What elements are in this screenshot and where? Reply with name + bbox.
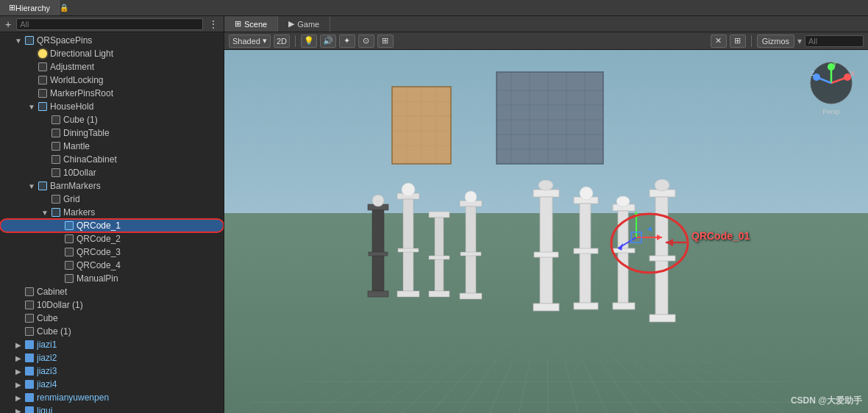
cube-icon xyxy=(50,206,62,218)
prefab-icon xyxy=(24,392,35,403)
hierarchy-item-diningtable[interactable]: DiningTable xyxy=(0,126,224,140)
hierarchy-item-ligui[interactable]: ▶ ligui xyxy=(0,404,224,413)
gizmos-search-input[interactable] xyxy=(805,35,864,47)
hierarchy-item-qrcode1[interactable]: QRCode_1 xyxy=(0,219,224,232)
item-label: Cube xyxy=(37,313,221,323)
prefab-icon xyxy=(24,352,35,364)
hierarchy-item-adjustment[interactable]: Adjustment xyxy=(0,60,224,73)
audio-btn[interactable]: 🔊 xyxy=(320,35,336,48)
lighting-btn[interactable]: 💡 xyxy=(301,35,317,48)
hierarchy-item-directionallight[interactable]: Directional Light xyxy=(0,47,224,60)
hierarchy-item-cabinet[interactable]: Cabinet xyxy=(0,285,224,298)
hierarchy-item-renmianyuwenpen[interactable]: ▶ renmianyuwenpen xyxy=(0,391,224,404)
hierarchy-item-household[interactable]: ▼ HouseHold xyxy=(0,100,224,113)
transform-grid-btn[interactable]: ⊞ xyxy=(730,35,746,48)
hierarchy-item-cube[interactable]: Cube xyxy=(0,312,224,325)
arrow-icon: ▼ xyxy=(26,103,37,111)
cube-icon xyxy=(37,101,49,112)
item-label: Cube (1) xyxy=(37,326,221,337)
arrow-icon: ▶ xyxy=(13,381,24,389)
hierarchy-item-jiazi3[interactable]: ▶ jiazi3 xyxy=(0,364,224,378)
item-label: ManualPin xyxy=(77,273,221,284)
watermark: CSDN @大爱助手 xyxy=(791,395,862,407)
hierarchy-item-worldlocking[interactable]: WorldLocking xyxy=(0,73,224,87)
menu-button[interactable]: ⋮ xyxy=(206,18,221,30)
gizmos-button[interactable]: Gizmos xyxy=(757,35,794,48)
arrow-icon: ▶ xyxy=(13,354,24,362)
item-label: ligui xyxy=(37,406,221,413)
cube-gray-icon xyxy=(50,193,62,205)
hierarchy-item-markers[interactable]: ▼ Markers xyxy=(0,206,224,219)
hierarchy-item-cube1b[interactable]: Cube (1) xyxy=(0,325,224,338)
scene-tab-icon: ⊞ xyxy=(235,19,241,29)
hierarchy-item-10dollar1[interactable]: 10Dollar (1) xyxy=(0,298,224,312)
tab-scene[interactable]: ⊞ Scene xyxy=(224,16,278,32)
scene-toolbar: Shaded ▾ 2D 💡 🔊 ✦ ⊙ ⊞ ✕ ⊞ Gizmos ▾ xyxy=(224,32,868,50)
item-label: HouseHold xyxy=(50,101,221,112)
hierarchy-item-chinacabinet[interactable]: ChinaCabinet xyxy=(0,153,224,166)
scene-viewport[interactable]: QRCode_01 X Y xyxy=(224,50,868,413)
2d-toggle[interactable]: 2D xyxy=(274,35,290,48)
hierarchy-item-qrcode4[interactable]: QRCode_4 xyxy=(0,259,224,272)
grid-btn[interactable]: ⊞ xyxy=(377,35,394,48)
light-icon xyxy=(37,48,49,60)
item-label: Cube (1) xyxy=(63,115,221,125)
add-button[interactable]: + xyxy=(3,18,13,30)
hierarchy-tab-label: Hierarchy xyxy=(15,4,50,12)
prefab-icon xyxy=(24,378,35,390)
hierarchy-item-qrcode3[interactable]: QRCode_3 xyxy=(0,245,224,259)
arrow-icon: ▶ xyxy=(13,341,24,349)
cube-gray-icon xyxy=(24,326,35,337)
top-bar: ⊞ Hierarchy 🔒 xyxy=(0,0,868,16)
search-input[interactable] xyxy=(16,18,203,30)
fx-btn[interactable]: ✦ xyxy=(339,35,355,48)
cube-gray-icon xyxy=(37,61,49,73)
shading-label: Shaded xyxy=(232,37,260,46)
item-label: BarnMarkers xyxy=(50,181,221,191)
hierarchy-item-cube1[interactable]: Cube (1) xyxy=(0,113,224,126)
chevron-down-icon: ▾ xyxy=(263,36,267,46)
hierarchy-item-grid[interactable]: Grid xyxy=(0,193,224,206)
item-label: QRCode_4 xyxy=(77,260,221,270)
item-label: DiningTable xyxy=(63,128,221,138)
hierarchy-item-barnmarkers[interactable]: ▼ BarnMarkers xyxy=(0,179,224,193)
tab-game[interactable]: ▶ Game xyxy=(278,16,330,32)
hierarchy-toolbar: + ⋮ xyxy=(0,16,224,32)
cube-gray-icon xyxy=(63,259,75,271)
item-label: QRSpacePins xyxy=(37,35,204,46)
hierarchy-item-markerpinsroot[interactable]: MarkerPinsRoot xyxy=(0,87,224,100)
hierarchy-item-10dollar[interactable]: 10Dollar xyxy=(0,166,224,179)
hierarchy-item-qrspacepins[interactable]: ▼ QRSpacePins ⋮ xyxy=(0,34,224,47)
hierarchy-item-jiazi4[interactable]: ▶ jiazi4 xyxy=(0,378,224,391)
shading-dropdown[interactable]: Shaded ▾ xyxy=(229,35,271,48)
hierarchy-header: ⊞ Hierarchy 🔒 xyxy=(0,0,68,15)
2d-label: 2D xyxy=(277,37,287,46)
cube-gray-icon xyxy=(63,233,75,245)
hidden-btn[interactable]: ⊙ xyxy=(358,35,374,48)
hierarchy-item-jiazi2[interactable]: ▶ jiazi2 xyxy=(0,351,224,364)
hierarchy-item-qrcode2[interactable]: QRCode_2 xyxy=(0,232,224,245)
hierarchy-tab-icon: ⊞ xyxy=(9,3,15,12)
hierarchy-item-jiazi1[interactable]: ▶ jiazi1 xyxy=(0,338,224,351)
cube-gray-icon xyxy=(37,87,49,99)
arrow-icon: ▶ xyxy=(13,407,24,414)
item-label: Mantle xyxy=(63,141,221,151)
item-label: QRCode_3 xyxy=(77,247,221,257)
transform-x-btn[interactable]: ✕ xyxy=(711,35,727,48)
hierarchy-item-manualpin[interactable]: ManualPin xyxy=(0,272,224,285)
hierarchy-item-mantle[interactable]: Mantle xyxy=(0,140,224,153)
separator2 xyxy=(751,35,752,47)
item-label: Cabinet xyxy=(37,287,221,297)
hierarchy-list[interactable]: ▼ QRSpacePins ⋮ Directional Light Adjust… xyxy=(0,32,224,413)
item-label: Markers xyxy=(63,207,221,218)
arrow-icon: ▶ xyxy=(13,394,24,402)
item-label: Grid xyxy=(63,194,221,204)
prefab-icon xyxy=(24,339,35,351)
hierarchy-panel: + ⋮ ▼ QRSpacePins ⋮ Directional Light xyxy=(0,16,224,413)
arrow-icon: ▼ xyxy=(40,209,50,217)
item-label: jiazi2 xyxy=(37,353,221,363)
watermark-text: CSDN @大爱助手 xyxy=(791,395,862,406)
item-label: MarkerPinsRoot xyxy=(50,88,221,98)
cube-gray-icon xyxy=(24,312,35,324)
hierarchy-tab[interactable]: ⊞ Hierarchy xyxy=(0,0,60,15)
